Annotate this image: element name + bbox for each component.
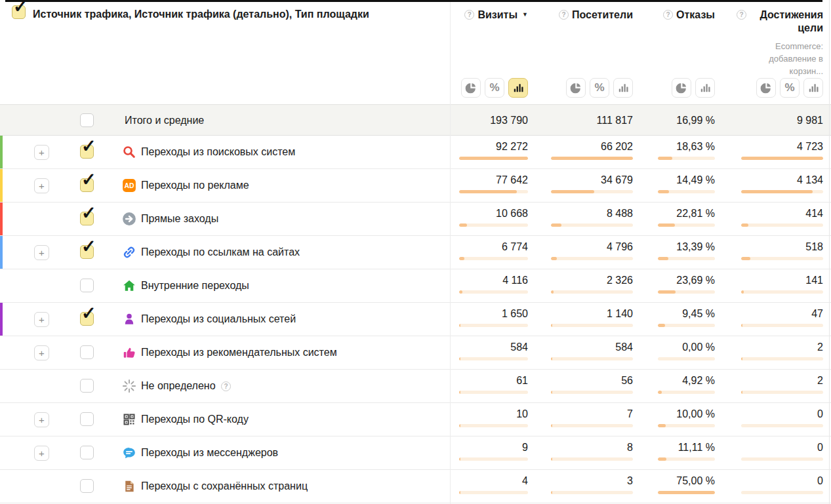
checkmark-icon: ✓ <box>81 138 96 155</box>
chart-type-bar-button[interactable] <box>508 78 528 98</box>
chart-type-pie-button[interactable] <box>672 78 691 98</box>
metric-bar-fill <box>459 324 460 327</box>
metric-value: 14,49 % <box>633 174 715 186</box>
chart-type-percent-button[interactable]: % <box>590 78 609 98</box>
metric-bar <box>459 190 528 193</box>
metric-bar-fill <box>551 424 552 427</box>
expand-row-button[interactable]: + <box>34 446 49 461</box>
chart-type-bar-button[interactable] <box>613 78 633 98</box>
chart-type-switcher-visits: % <box>461 78 528 98</box>
traffic-source-color-strip <box>0 303 3 336</box>
metric-bar <box>459 457 528 461</box>
expand-row-button[interactable]: + <box>34 312 49 327</box>
question-circle-icon[interactable]: ? <box>221 381 231 391</box>
metric-column-goal-conversions: ? Достижения цели Ecommerce: добавление … <box>715 0 823 104</box>
metric-value: 4 <box>449 475 528 487</box>
totals-cell: 9 981 <box>715 105 823 135</box>
chart-type-percent-button[interactable]: % <box>485 78 504 98</box>
traffic-sources-report-table: ✓ Источник трафика, Источник трафика (де… <box>0 0 831 504</box>
metric-bar <box>741 424 823 427</box>
metric-cell: 1 140 <box>528 303 633 336</box>
metric-bar-fill <box>459 157 528 160</box>
row-label: Прямые заходы <box>141 203 218 235</box>
row-checkbox[interactable]: ✓ <box>80 178 94 192</box>
checkmark-icon: ✓ <box>81 238 96 256</box>
metric-bar-fill <box>741 223 748 227</box>
expand-row-button[interactable]: + <box>34 345 49 360</box>
metric-bar-fill <box>551 391 552 394</box>
spinner-icon <box>122 379 136 393</box>
row-label: Переходы по QR-коду <box>141 403 249 436</box>
metric-bar-fill <box>658 290 676 294</box>
row-checkbox[interactable]: ✓ <box>80 212 94 225</box>
metric-value: 0 <box>715 475 823 487</box>
row-cells: 77 642 34 679 14,49 % 4 134 <box>449 169 823 202</box>
row-label: Переходы из рекомендательных систем <box>141 336 337 369</box>
chart-type-pie-button[interactable] <box>756 78 776 98</box>
expand-row-button[interactable]: + <box>34 145 49 160</box>
metric-value: 1 650 <box>449 308 528 320</box>
checkmark-icon: ✓ <box>81 204 96 222</box>
column-header-visits[interactable]: ? Визиты ▼ <box>449 9 528 22</box>
chart-type-switcher-bounces <box>672 78 715 98</box>
metric-bar <box>741 324 823 327</box>
metric-bar-fill <box>551 491 552 494</box>
metric-cell: 18,63 % <box>633 136 715 168</box>
question-circle-icon[interactable]: ? <box>737 10 746 20</box>
row-label: Не определено <box>141 370 216 402</box>
chart-type-bar-button[interactable] <box>695 78 715 98</box>
row-checkbox[interactable]: ✓ <box>80 412 94 426</box>
expand-row-button[interactable]: + <box>34 412 49 427</box>
column-header-visitors[interactable]: ? Посетители <box>528 9 633 22</box>
metric-value: 13,39 % <box>633 241 715 253</box>
metric-bar-fill <box>741 290 744 294</box>
row-checkbox[interactable]: ✓ <box>80 145 94 159</box>
bar-chart-icon <box>698 81 712 95</box>
metric-bar <box>658 257 715 260</box>
traffic-source-color-strip <box>0 169 3 202</box>
row-checkbox[interactable]: ✓ <box>80 312 94 326</box>
metric-bar <box>551 290 633 294</box>
metric-value: 47 <box>715 308 823 320</box>
select-all-checkbox[interactable]: ✓ <box>12 5 26 19</box>
question-circle-icon[interactable]: ? <box>663 10 673 20</box>
column-header-bounces[interactable]: ? Отказы <box>633 9 715 22</box>
metric-cell: 9 <box>449 436 528 469</box>
metric-bar-fill <box>658 424 666 427</box>
row-checkbox[interactable]: ✓ <box>80 479 94 493</box>
metric-cell: 584 <box>528 336 633 369</box>
metric-value: 7 <box>528 408 633 420</box>
row-cells: 6 774 4 796 13,39 % 518 <box>449 236 823 269</box>
metric-bar <box>459 324 528 327</box>
metric-value: 4 116 <box>449 275 528 286</box>
row-checkbox[interactable]: ✓ <box>80 279 94 292</box>
chart-type-bar-button[interactable] <box>803 78 823 98</box>
row-checkbox[interactable]: ✓ <box>80 379 94 393</box>
metric-cell: 7 <box>528 403 633 436</box>
metric-bar-fill <box>459 257 464 260</box>
expand-row-button[interactable]: + <box>34 178 49 193</box>
column-header-goal-conversions[interactable]: ? Достижения цели <box>715 9 823 35</box>
chart-type-pie-button[interactable] <box>566 78 586 98</box>
metric-cell: 4,92 % <box>633 370 715 402</box>
metric-bar-fill <box>551 290 554 294</box>
metric-value: 75,00 % <box>633 475 715 487</box>
metric-cell: 3 <box>528 470 633 503</box>
metric-bar <box>741 391 823 394</box>
traffic-source-color-strip <box>0 269 3 302</box>
expand-row-button[interactable]: + <box>34 245 49 260</box>
question-circle-icon[interactable]: ? <box>464 10 474 20</box>
totals-cell: 16,99 % <box>633 105 715 135</box>
metric-bar <box>658 223 715 227</box>
row-checkbox[interactable]: ✓ <box>80 245 94 259</box>
row-checkbox[interactable]: ✓ <box>80 345 94 359</box>
totals-checkbox[interactable]: ✓ <box>80 113 94 127</box>
row-checkbox[interactable]: ✓ <box>80 446 94 459</box>
column-label: Достижения цели <box>750 9 823 35</box>
metric-value: 11,11 % <box>633 442 715 454</box>
chart-type-pie-button[interactable] <box>461 78 481 98</box>
metric-bar <box>658 457 715 461</box>
question-circle-icon[interactable]: ? <box>559 10 569 20</box>
metric-cell: 141 <box>715 269 823 302</box>
chart-type-percent-button[interactable]: % <box>780 78 800 98</box>
